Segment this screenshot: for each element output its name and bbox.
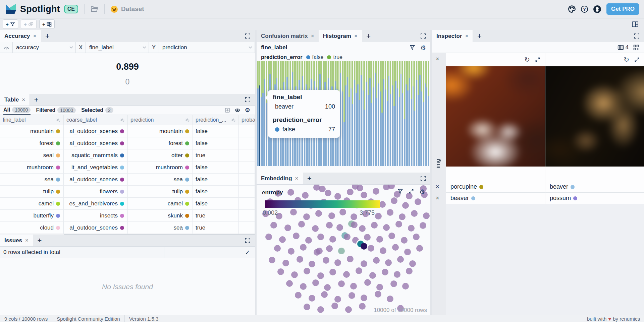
inspector-image-cell[interactable]: ↻	[545, 53, 644, 181]
image-porcupine[interactable]	[446, 66, 545, 167]
add-tab-button[interactable]: +	[30, 94, 43, 106]
theme-palette-button[interactable]	[568, 5, 576, 13]
layout-grid-button[interactable]	[632, 21, 641, 28]
embedding-point[interactable]	[404, 249, 411, 255]
embedding-point[interactable]	[344, 234, 351, 240]
embedding-point[interactable]	[371, 222, 378, 229]
open-folder-button[interactable]	[91, 6, 98, 12]
inspector-image-cell[interactable]: ↻	[446, 53, 545, 181]
add-tab-button[interactable]: +	[33, 235, 46, 246]
maximize-panel-button[interactable]	[240, 30, 255, 42]
embedding-point[interactable]	[385, 259, 392, 266]
histogram-bar[interactable]	[387, 61, 388, 166]
embedding-point[interactable]	[317, 234, 324, 240]
embedding-point[interactable]	[312, 279, 319, 286]
add-tab-button[interactable]: +	[41, 30, 54, 42]
view-selected[interactable]: Selected2	[81, 106, 113, 115]
inspector-label-cell[interactable]: beaver	[545, 181, 644, 192]
embedding-point[interactable]	[392, 244, 399, 251]
embedding-point[interactable]	[334, 259, 341, 266]
embedding-point[interactable]	[287, 189, 294, 196]
close-tab-icon[interactable]: ×	[311, 33, 314, 40]
histogram-bar[interactable]	[259, 61, 260, 166]
histogram-bar[interactable]	[343, 61, 345, 166]
embedding-point[interactable]	[416, 245, 423, 252]
histogram-bar[interactable]	[385, 61, 386, 166]
embedding-point[interactable]	[304, 268, 310, 274]
histogram-bar[interactable]	[416, 61, 417, 166]
expand-image-button[interactable]	[535, 57, 540, 62]
embedding-point[interactable]	[295, 292, 302, 299]
histogram-bar[interactable]	[368, 61, 369, 166]
embedding-point[interactable]	[338, 248, 345, 254]
embedding-point[interactable]	[336, 224, 343, 231]
embedding-point[interactable]	[334, 193, 341, 200]
column-header-prediction[interactable]: prediction	[128, 115, 193, 125]
embedding-point[interactable]	[402, 202, 409, 209]
histogram-bar[interactable]	[413, 61, 414, 166]
embedding-point[interactable]	[420, 222, 426, 229]
view-filtered[interactable]: Filtered10000	[36, 106, 76, 115]
embedding-point[interactable]	[387, 296, 393, 302]
table-row[interactable]: sealaquatic_mammalsottertrue	[0, 149, 255, 162]
maximize-panel-button[interactable]	[416, 173, 430, 184]
embedding-point[interactable]	[300, 283, 307, 290]
embedding-point[interactable]	[326, 245, 333, 252]
embedding-point[interactable]	[350, 283, 357, 289]
tab-table[interactable]: Table×	[0, 94, 30, 106]
embedding-point[interactable]	[317, 272, 324, 279]
embedding-point[interactable]	[326, 222, 333, 229]
embedding-point[interactable]	[291, 271, 298, 278]
embedding-point[interactable]	[274, 245, 281, 252]
histogram-bar[interactable]	[359, 61, 360, 166]
embedding-point[interactable]	[345, 306, 352, 313]
embedding-point[interactable]	[309, 261, 315, 267]
histogram-bar[interactable]	[348, 61, 350, 166]
embedding-point[interactable]	[397, 256, 404, 263]
histogram-filter-button[interactable]	[410, 45, 415, 50]
legend-item-false[interactable]: false	[306, 54, 324, 60]
columns-count-button[interactable]: 4	[618, 44, 629, 51]
column-header-prediction[interactable]: prediction_...	[193, 115, 239, 125]
view-all[interactable]: All10000	[3, 106, 31, 115]
embedding-fit-view-button[interactable]	[409, 189, 414, 195]
remove-row-button[interactable]: ×	[436, 183, 439, 190]
histogram-bar[interactable]	[399, 61, 400, 166]
get-pro-button[interactable]: Get PRO	[606, 3, 639, 15]
embedding-point[interactable]	[284, 224, 291, 231]
histogram-bar[interactable]	[351, 61, 352, 166]
embedding-point[interactable]	[409, 260, 416, 267]
embedding-point[interactable]	[395, 221, 402, 228]
histogram-bar[interactable]	[397, 61, 398, 166]
histogram-bar[interactable]	[376, 61, 378, 166]
embedding-point[interactable]	[361, 192, 367, 198]
embedding-plot[interactable]: entropy ⚙ 0.002 3.775	[257, 185, 430, 315]
histogram-bar[interactable]	[345, 61, 346, 166]
column-header-proba[interactable]: proba...	[239, 115, 255, 125]
table-row[interactable]: tulipflowerstulipfalse	[0, 186, 255, 198]
histogram-bar[interactable]	[352, 61, 354, 166]
histogram-bar[interactable]	[340, 61, 341, 166]
histogram-bar[interactable]	[366, 61, 367, 166]
histogram-bar[interactable]	[261, 61, 262, 166]
histogram-bar[interactable]	[373, 61, 374, 166]
histogram-bar[interactable]	[419, 61, 421, 166]
table-row[interactable]: cloudal_outdoor_scenesseatrue	[0, 222, 255, 234]
tab-inspector[interactable]: Inspector×	[432, 30, 473, 42]
histogram-bar[interactable]	[381, 61, 383, 166]
embedding-point[interactable]	[279, 236, 286, 243]
close-tab-icon[interactable]: ×	[354, 33, 358, 40]
embedding-point[interactable]	[297, 256, 303, 263]
add-lasso-selection-button[interactable]: +	[21, 19, 37, 29]
add-widget-button[interactable]: +	[39, 19, 55, 29]
embedding-point[interactable]	[343, 271, 350, 278]
embedding-point[interactable]	[302, 192, 309, 199]
embedding-point[interactable]	[347, 256, 354, 262]
embedding-point[interactable]	[282, 260, 289, 266]
maximize-panel-button[interactable]	[240, 94, 255, 106]
embedding-point[interactable]	[317, 306, 324, 313]
embedding-point[interactable]	[373, 257, 380, 264]
embedding-point[interactable]	[364, 234, 371, 241]
embedding-point[interactable]	[312, 225, 319, 232]
histogram-bar[interactable]	[418, 61, 419, 166]
